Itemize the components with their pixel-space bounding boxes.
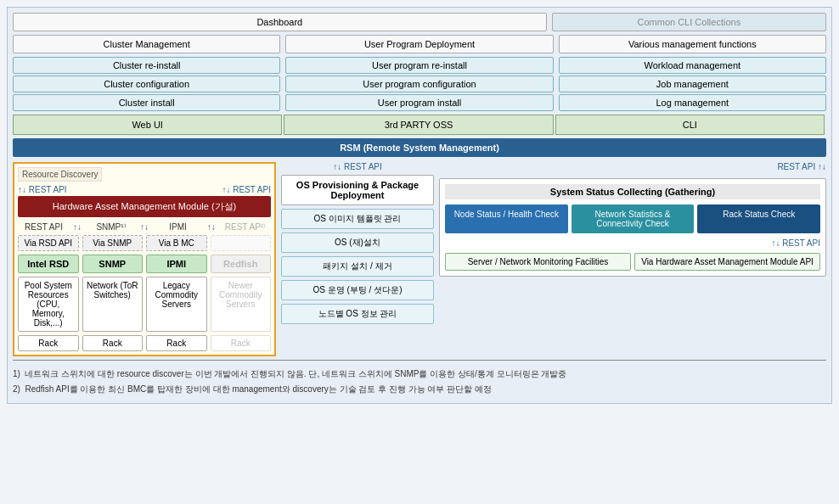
os-image-box: OS 이미지 템플릿 관리 xyxy=(281,209,434,229)
os-prov-title: OS Provisioning & Package Deployment xyxy=(296,180,419,200)
note2: 2) Redfish API를 이용한 최신 BMC를 탑재한 장비에 대한 m… xyxy=(13,383,826,396)
user-deploy-label: User Program Deployment xyxy=(364,39,475,49)
node-os-mgmt-box: 노드별 OS 정보 관리 xyxy=(281,304,434,324)
common-cli-box: Common CLI Collections xyxy=(552,13,826,31)
rsm-bar: RSM (Remote System Management) xyxy=(13,138,826,157)
rest-api-top-left: ↑↓ REST API xyxy=(18,185,67,194)
workload-sub-col: Workload management Job management Log m… xyxy=(559,57,826,111)
resource-discovery-label: Resource Discovery xyxy=(18,167,102,182)
rack4: Rack xyxy=(211,335,272,351)
web-ui-shape: Web UI xyxy=(13,115,282,135)
cli-shape: CLI xyxy=(555,115,825,135)
cluster-mgmt-box: Cluster Management xyxy=(13,35,280,53)
protocol-row: Intel RSD SNMP IPMI Redfish xyxy=(18,255,271,273)
rest-api2-label: REST AP²⁾ xyxy=(219,222,271,232)
rack-row: Rack Rack Rack Rack xyxy=(18,335,271,351)
rack1: Rack xyxy=(18,335,79,351)
via-bmc: Via B MC xyxy=(146,235,207,251)
center-rest-api-top: ↑↓ REST API xyxy=(281,162,434,171)
system-status-title: System Status Collecting (Gathering) xyxy=(445,184,820,199)
right-rest-api-top: REST API ↑↓ xyxy=(439,162,826,171)
workload-mgmt: Workload management xyxy=(559,57,826,74)
resource-row: Pool System Resources (CPU, Memory, Disk… xyxy=(18,277,271,332)
via-snmp: Via SNMP xyxy=(82,235,144,251)
intel-rsd-box: Intel RSD xyxy=(18,255,79,273)
cluster-config: Cluster configuration xyxy=(13,76,280,92)
system-status-box: System Status Collecting (Gathering) Nod… xyxy=(439,178,826,277)
os-operation-box: OS 운영 (부팅 / 셧다운) xyxy=(281,280,434,300)
api-row: REST API ↑↓ SNMP¹⁾ ↑↓ IPMI ↑↓ REST AP²⁾ xyxy=(18,222,271,232)
rack2: Rack xyxy=(82,335,144,351)
server-monitor-box: Server / Network Monitoring Facilities xyxy=(445,253,631,271)
package-install-box: 패키지 설치 / 제거 xyxy=(281,256,434,277)
common-cli-label: Common CLI Collections xyxy=(638,17,741,27)
user-sub-col: User program re-install User program con… xyxy=(285,57,553,111)
rack3: Rack xyxy=(146,335,207,351)
redfish-box: Redfish xyxy=(211,255,272,273)
cluster-mgmt-label: Cluster Management xyxy=(104,39,190,49)
center-panel: ↑↓ REST API OS Provisioning & Package De… xyxy=(281,162,434,356)
hw-asset-box: Hardware Asset Management Module (가설) xyxy=(18,196,271,217)
cluster-reinstall: Cluster re-install xyxy=(13,57,280,74)
cluster-install: Cluster install xyxy=(13,94,280,111)
monitor-row: Server / Network Monitoring Facilities V… xyxy=(445,253,820,271)
note1-num: 1) xyxy=(13,369,20,378)
dashboard-label: Dashboard xyxy=(256,17,302,27)
snmp-proto-box: SNMP xyxy=(82,255,144,273)
note1: 1) 네트워크 스위치에 대한 resource discover는 이번 개발… xyxy=(13,367,826,381)
rest-api-top-center: ↑↓ REST API xyxy=(222,185,271,194)
snmp-label: SNMP¹⁾ xyxy=(85,222,137,232)
legacy-commodity-box: Legacy Commodity Servers xyxy=(146,277,207,332)
dashboard-box: Dashboard xyxy=(13,13,547,31)
status-grid: Node Status / Health Check Network Stati… xyxy=(445,204,820,233)
network-tor-box: Network (ToR Switches) xyxy=(82,277,144,332)
ipmi-label: IPMI xyxy=(152,222,204,232)
network-stats-item: Network Statistics & Connectivity Check xyxy=(572,204,695,233)
via-empty xyxy=(211,235,272,251)
log-mgmt: Log management xyxy=(559,94,826,111)
ipmi-proto-box: IPMI xyxy=(146,255,207,273)
job-mgmt: Job management xyxy=(559,76,826,92)
note1-text: 네트워크 스위치에 대한 resource discover는 이번 개발에서 … xyxy=(25,369,566,378)
user-reinstall: User program re-install xyxy=(285,57,553,74)
node-status-item: Node Status / Health Check xyxy=(445,204,568,233)
hw-asset-title: Hardware Asset Management Module (가설) xyxy=(53,201,236,211)
via-hw-asset-box: Via Hardware Asset Management Module API xyxy=(634,253,820,271)
various-mgmt-box: Various management functions xyxy=(559,35,826,53)
third-party-shape: 3rd PARTY OSS xyxy=(284,115,553,135)
right-panel: REST API ↑↓ System Status Collecting (Ga… xyxy=(439,162,826,356)
notes-section: 1) 네트워크 스위치에 대한 resource discover는 이번 개발… xyxy=(13,367,826,396)
cluster-sub-col: Cluster re-install Cluster configuration… xyxy=(13,57,280,111)
via-rsd: Via RSD API xyxy=(18,235,79,251)
various-mgmt-label: Various management functions xyxy=(628,39,757,49)
divider xyxy=(13,360,826,361)
user-config: User program configuration xyxy=(285,76,553,92)
via-row: Via RSD API Via SNMP Via B MC xyxy=(18,235,271,251)
os-prov-box: OS Provisioning & Package Deployment xyxy=(281,175,434,205)
rest-api-label: REST API xyxy=(18,222,70,232)
main-diagram: Dashboard Common CLI Collections Cluster… xyxy=(7,7,832,404)
note2-num: 2) xyxy=(13,384,20,394)
rack-status-item: Rack Status Check xyxy=(697,204,820,233)
rest-api-right-label: ↑↓ REST API xyxy=(445,238,820,248)
os-install-box: OS (재)설치 xyxy=(281,232,434,253)
note2-text: Redfish API를 이용한 최신 BMC를 탑재한 장비에 대한 mana… xyxy=(25,384,492,394)
pool-system-box: Pool System Resources (CPU, Memory, Disk… xyxy=(18,277,79,332)
rsm-label: RSM (Remote System Management) xyxy=(340,143,499,153)
user-install: User program install xyxy=(285,94,553,111)
user-deploy-box: User Program Deployment xyxy=(285,35,553,53)
newer-commodity-box: Newer Commodity Servers xyxy=(211,277,272,332)
left-panel: Resource Discovery ↑↓ REST API ↑↓ REST A… xyxy=(13,162,276,356)
